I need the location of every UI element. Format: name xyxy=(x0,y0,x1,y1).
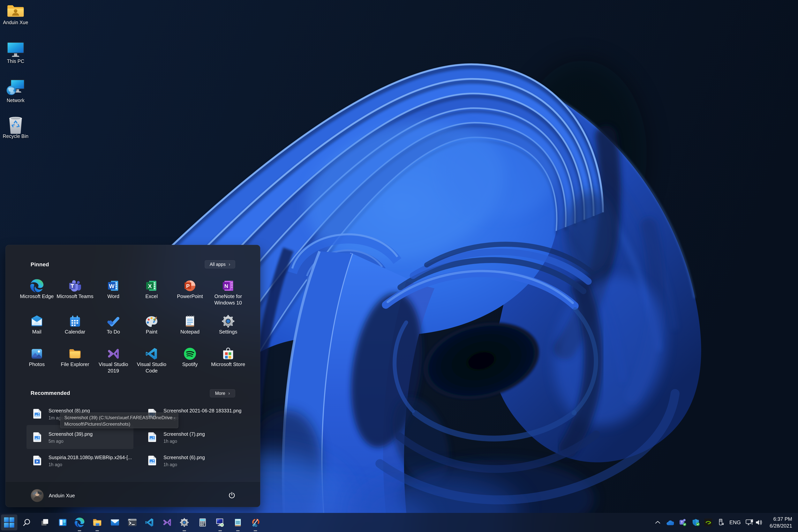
svg-text:P: P xyxy=(186,283,190,289)
svg-text:W: W xyxy=(109,283,115,289)
svg-text:X: X xyxy=(148,283,152,289)
svg-text:N: N xyxy=(224,283,228,289)
svg-text:T: T xyxy=(681,521,683,524)
